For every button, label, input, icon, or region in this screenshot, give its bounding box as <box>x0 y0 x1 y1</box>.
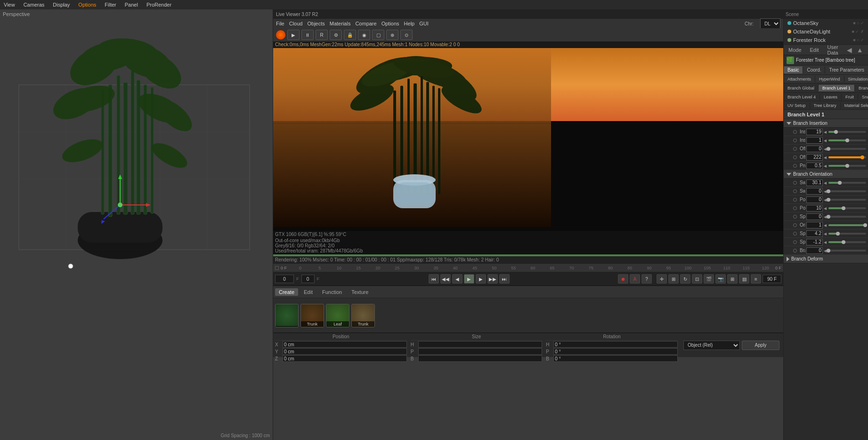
point-to-tip-slider[interactable] <box>828 199 866 201</box>
swivel-arrow[interactable]: ◀ <box>824 181 827 185</box>
misc-tool[interactable]: ≡ <box>751 274 761 284</box>
menu-cloud[interactable]: Cloud <box>289 21 303 26</box>
tab-edit[interactable]: Edit <box>300 288 316 296</box>
rot-b-input[interactable] <box>553 355 678 362</box>
render-canvas[interactable] <box>273 48 783 231</box>
render-lock-btn[interactable]: 🔒 <box>344 30 356 40</box>
insertion-count-arrow[interactable]: ◀ <box>824 130 827 134</box>
menu-options[interactable]: Options <box>76 2 98 8</box>
mode-btn[interactable]: Mode <box>786 46 804 54</box>
spin-branches-slider[interactable] <box>828 216 866 218</box>
menu-panel[interactable]: Panel <box>123 2 140 8</box>
tab-attachments[interactable]: Attachments <box>784 76 815 82</box>
point-to-tip-input[interactable] <box>806 196 823 203</box>
prune-parent-slider[interactable] <box>828 165 866 167</box>
spread-angle-input[interactable] <box>806 230 823 237</box>
offset-branches-input[interactable] <box>806 154 823 161</box>
frame-input[interactable] <box>275 275 294 283</box>
tab2-branch-level2[interactable]: Branch Level 2 <box>855 85 868 91</box>
viewport-canvas[interactable]: Perspective <box>0 9 273 440</box>
insertion-bias-input[interactable] <box>806 137 823 144</box>
menu-file[interactable]: File <box>276 21 284 26</box>
apply-button[interactable]: Apply <box>742 341 779 350</box>
menu-objects[interactable]: Objects <box>307 21 324 26</box>
tab2-branch-level4[interactable]: Branch Level 4 <box>784 94 820 100</box>
menu-gui[interactable]: GUI <box>419 21 429 26</box>
insertion-bias-arrow[interactable]: ◀ <box>824 139 827 142</box>
spread-angle-slider[interactable] <box>828 233 866 235</box>
render-record-btn[interactable]: R <box>316 30 328 40</box>
userdata-btn[interactable]: User Data <box>825 44 841 57</box>
branch-tilt-input[interactable] <box>806 247 823 254</box>
menu-filter[interactable]: Filter <box>103 2 118 8</box>
branch-tilt-slider[interactable] <box>828 250 866 252</box>
end-frame-input[interactable] <box>763 275 781 283</box>
menu-materials[interactable]: Materials <box>330 21 351 26</box>
position-z-input[interactable] <box>283 355 407 362</box>
menu-render-options[interactable]: Options <box>381 21 399 26</box>
tab2-uv-setup[interactable]: UV Setup <box>784 102 810 109</box>
tab2-tree-library[interactable]: Tree Library <box>810 102 841 109</box>
material-1[interactable]: Trunk <box>300 304 324 327</box>
render-rect-btn[interactable]: ▢ <box>372 30 384 40</box>
auto-key-btn[interactable]: A <box>630 274 640 284</box>
prev-key-btn[interactable]: ◀◀ <box>440 274 451 284</box>
grid-tool[interactable]: ⊞ <box>727 274 738 284</box>
menu-display[interactable]: Display <box>51 2 72 8</box>
rotate-tool[interactable]: ↻ <box>680 274 690 284</box>
size-p-input[interactable] <box>418 348 543 355</box>
material-0[interactable] <box>275 304 299 327</box>
render-settings-btn[interactable]: ⚙ <box>330 30 342 40</box>
menu-view[interactable]: View <box>2 2 17 8</box>
sidebar-item-octanesky[interactable]: OctaneSky ■ ○ ✓ <box>784 19 868 27</box>
swivel-input[interactable] <box>806 179 823 186</box>
next-frame-btn[interactable]: ▶ <box>476 274 486 284</box>
fp-content[interactable]: Branch Insertion Insertion Count .......… <box>784 119 868 440</box>
move-tool[interactable]: ✛ <box>657 274 667 284</box>
orient-to-trunk-arrow[interactable]: ◀ <box>824 223 827 227</box>
swivel-slider[interactable] <box>828 182 866 184</box>
menu-help[interactable]: Help <box>404 21 415 26</box>
menu-compare[interactable]: Compare <box>355 21 376 26</box>
tab-hyperwind[interactable]: HyperWind <box>815 76 844 82</box>
insertion-count-slider[interactable] <box>828 131 866 133</box>
orient-to-trunk-slider[interactable] <box>828 224 866 226</box>
expand-icon[interactable]: ▲ <box>857 46 863 54</box>
channel-select[interactable]: DL <box>760 18 780 29</box>
collapse-icon[interactable]: ◀ <box>847 46 852 54</box>
offset-branches-slider[interactable] <box>828 156 866 158</box>
swivel-vary-slider[interactable] <box>828 190 866 192</box>
tab-basic[interactable]: Basic <box>784 66 803 73</box>
offset-trunk-tip-input[interactable] <box>806 146 823 152</box>
tab2-branch-level1[interactable]: Branch Level 1 <box>819 85 855 91</box>
menu-prorender[interactable]: ProRender <box>145 2 173 8</box>
tab-create[interactable]: Create <box>275 288 298 296</box>
spin-branches-input[interactable] <box>806 213 823 220</box>
snap-tool[interactable]: ⊡ <box>692 274 702 284</box>
position-x-input[interactable] <box>283 341 407 348</box>
tab-function[interactable]: Function <box>318 288 346 296</box>
tab-texture[interactable]: Texture <box>348 288 372 296</box>
play-btn[interactable]: ▶ <box>464 274 474 284</box>
branch-deform-header[interactable]: Branch Deform <box>784 255 868 263</box>
point-to-tip-bias-slider[interactable] <box>828 207 866 209</box>
tab2-snow[interactable]: Snow <box>858 94 868 100</box>
orient-to-trunk-input[interactable] <box>806 222 823 228</box>
position-y-input[interactable] <box>283 348 407 355</box>
prune-parent-arrow[interactable]: ◀ <box>824 164 827 168</box>
render-sphere-btn[interactable]: ◉ <box>358 30 370 40</box>
tab2-branch-global[interactable]: Branch Global <box>784 85 819 91</box>
spread-vary-slider[interactable] <box>828 241 866 243</box>
record-btn[interactable]: ⏺ <box>618 274 628 284</box>
goto-start-btn[interactable]: ⏮ <box>429 274 439 284</box>
render-pause-btn[interactable]: ⏸ <box>301 30 314 40</box>
rot-h-input[interactable] <box>553 341 678 348</box>
branch-orientation-header[interactable]: Branch Orientation <box>784 170 868 179</box>
sidebar-item-forester-rock[interactable]: Forester Rock ■ ○ ✓ <box>784 36 868 44</box>
menu-cameras[interactable]: Cameras <box>22 2 47 8</box>
render-icon-btn[interactable]: 🎬 <box>704 274 714 284</box>
size-h-input[interactable] <box>418 341 543 348</box>
insertion-bias-slider[interactable] <box>828 139 866 141</box>
material-2[interactable]: Leaf <box>326 304 349 327</box>
sidebar-item-octanedaylight[interactable]: OctaneDayLight ■ ✓ ✗ <box>784 27 868 36</box>
